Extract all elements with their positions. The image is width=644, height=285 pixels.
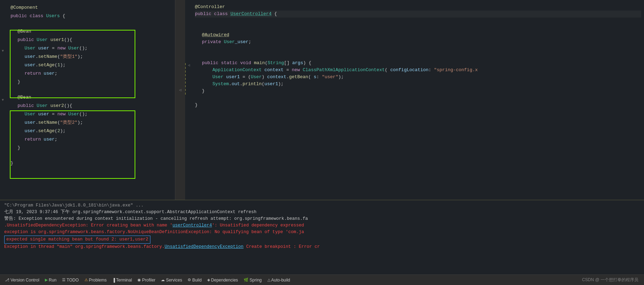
t-line-3: 警告: Exception encountered during context… [4,216,640,222]
t-line-7: Exception in thread "main" org.springfra… [4,244,640,250]
code-line-class-close: } [0,159,175,168]
fold-arrow-right[interactable]: ◁ [188,63,190,67]
r-line-println: System.out.println(user1); [195,81,641,88]
code-line-bean1-return: return user; [0,69,175,78]
terminal-label: Terminal [116,278,132,283]
code-line-bean1-ann: @Bean [0,27,175,36]
link-unsatisfied[interactable]: UnsatisfiedDependencyException [165,244,244,249]
status-item-terminal[interactable]: ▐ Terminal [109,275,135,285]
code-line-bean2-ann: @Bean [0,93,175,102]
dashed-border [185,63,186,95]
status-item-auto-build[interactable]: △ Auto-build [265,275,293,285]
t-line-2: 七月 19, 2023 9:37:46 下午 org.springframewo… [4,209,640,216]
services-label: Services [166,278,182,283]
run-icon: ▶ [45,278,48,282]
code-line-class: public class Users { [0,12,175,20]
highlight-box: expected single matching bean but found … [4,236,150,244]
code-line-bean1-setage: user.setAge(1); [0,61,175,69]
dependencies-icon: ◈ [207,278,210,282]
status-item-problems[interactable]: ⚠ Problems [82,275,110,285]
r-line-controller-ann: @Controller [195,4,641,11]
profiler-icon: ◉ [137,278,141,282]
fold-arrow-1[interactable]: ▼ [2,49,4,53]
code-line-bean2-return: return user; [0,135,175,144]
terminal-icon: ▐ [112,278,115,282]
auto-build-icon: △ [267,278,270,282]
code-line-bean1-var: User user = new User(); [0,44,175,53]
services-icon: ☁ [161,278,165,282]
r-line-private: private User_user; [195,39,641,46]
profiler-label: Profiler [142,278,155,283]
t-line-6: expected single matching bean but found … [4,236,640,244]
terminal-content: "C:\Program Files\Java\jdk1.8.0_181\bin\… [0,200,644,252]
code-line-bean2-setage: user.setAge(2); [0,127,175,135]
auto-build-label: Auto-build [271,278,290,283]
problems-label: Problems [89,278,107,283]
status-item-dependencies[interactable]: ◈ Dependencies [204,275,241,285]
status-item-profiler[interactable]: ◉ Profiler [135,275,158,285]
build-icon: ⚙ [188,278,191,282]
status-item-spring[interactable]: 🌿 Spring [241,275,265,285]
code-line-bean2-close: } [0,144,175,152]
t-line-4: .UnsatisfiedDependencyException: Error c… [4,222,640,229]
left-panel: ▼ ▼ } @Component public class Users { @B… [0,0,175,200]
terminal-area: "C:\Program Files\Java\jdk1.8.0_181\bin\… [0,200,644,274]
status-item-version-control[interactable]: ⎇ Version Control [2,275,42,285]
build-label: Build [192,278,202,283]
panel-divider: ◁ [175,0,185,200]
problems-icon: ⚠ [84,278,88,282]
t-line-5: exception is org.springframework.beans.f… [4,229,640,236]
run-label: Run [49,278,56,283]
right-panel: ◁ @Controller public class UserControlle… [185,0,644,200]
fold-gutter-left: ▼ ▼ } [2,0,8,200]
r-line-class-def: public class UserController4 { [195,11,641,18]
status-bar: ⎇ Version Control ▶ Run ☰ TODO ⚠ Problem… [0,274,644,285]
fold-icon-1[interactable]: ◁ [179,88,182,92]
version-control-label: Version Control [11,278,39,283]
status-item-services[interactable]: ☁ Services [158,275,185,285]
status-item-todo[interactable]: ☰ TODO [59,275,81,285]
main-container: ▼ ▼ } @Component public class Users { @B… [0,0,644,285]
code-line-bean1-setname: user.setName("类型1"); [0,53,175,61]
version-control-icon: ⎇ [5,278,9,282]
todo-icon: ☰ [62,278,66,282]
annotation-component: @Component [11,5,38,10]
main-area: ▼ ▼ } @Component public class Users { @B… [0,0,644,200]
dependencies-label: Dependencies [211,278,238,283]
status-item-build[interactable]: ⚙ Build [185,275,204,285]
link-usercontroller4[interactable]: userController4 [172,223,212,228]
todo-label: TODO [67,278,79,283]
r-line-main-method: public static void main(String[] args) { [195,60,641,67]
r-line-main-close: } [195,88,641,95]
code-line-component: @Component [0,4,175,12]
code-line-bean1-close: } [0,78,175,86]
watermark: CSDN @ 一个想打拳的程序员 [582,277,642,283]
fold-arrow-2[interactable]: ▼ [2,98,4,102]
code-line-bean2-var: User user = new User(); [0,110,175,118]
r-line-appcontext: ApplicationContext context = new ClassPa… [195,67,641,74]
r-line-autowired: @Autowired [195,32,641,39]
r-line-user1: User user1 = (User) context.getBean( s: … [195,74,641,81]
t-line-1: "C:\Program Files\Java\jdk1.8.0_181\bin\… [4,202,640,209]
code-line-bean2-method: public User user2(){ [0,102,175,110]
spring-icon: 🌿 [244,278,249,282]
code-line-bean2-setname: user.setName("类型2"); [0,118,175,127]
status-item-run[interactable]: ▶ Run [42,275,59,285]
code-line-bean1-method: public User user1(){ [0,36,175,44]
r-line-class-close: } [195,102,641,109]
spring-label: Spring [250,278,262,283]
